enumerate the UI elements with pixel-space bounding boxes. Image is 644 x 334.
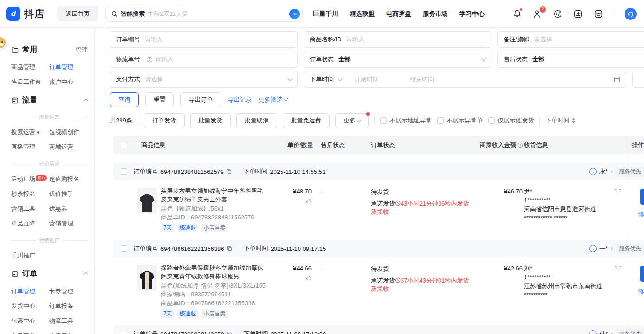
pay-method-select[interactable]: 支付方式请选择 (110, 71, 298, 88)
hide-abnormal-order-checkbox[interactable]: 不展示异常单 (437, 116, 483, 125)
col-aftersale: 售后状态 (321, 136, 345, 154)
sidebar-item-marketing-manage[interactable]: 营销管理 (49, 219, 88, 228)
hide-address-abnormal-checkbox[interactable]: 不展示地址异常 (380, 116, 432, 125)
batch-cancel-button[interactable]: 批量取消 (236, 113, 277, 128)
sidebar-item-logistics-service[interactable]: 物流服务 (49, 332, 88, 334)
buyer-name[interactable]: 永* (599, 167, 608, 176)
nav-market[interactable]: 服务市场 (423, 10, 448, 18)
sidebar-item-account-center[interactable]: 账户中心 (49, 78, 88, 86)
order-checkbox[interactable] (121, 168, 127, 175)
buyer-name[interactable]: 一* (599, 244, 608, 253)
nav-jingxuan[interactable]: 精选联盟 (350, 10, 375, 18)
section-title-common: 常用 (22, 45, 37, 55)
notification-bell-icon[interactable] (512, 9, 522, 19)
ship-button-partial[interactable] (640, 189, 644, 205)
service-priority-tag: 服务优先 (616, 244, 644, 254)
sidebar-item-logistics-tools[interactable]: 物流工具 (49, 317, 88, 325)
batch-ship-button[interactable]: 批量发货 (190, 113, 231, 128)
reset-button[interactable]: 重置 (145, 92, 174, 107)
more-actions-button[interactable]: 更多 (335, 113, 369, 128)
workbench-icon[interactable] (593, 9, 604, 19)
sidebar-item-flash-sale[interactable]: 秒杀报名 (11, 190, 49, 198)
order-checkbox[interactable] (121, 331, 127, 334)
sort-by-order-time[interactable]: 下单时间 (545, 116, 575, 125)
extra-filter-partial[interactable] (632, 71, 644, 88)
privacy-glasses-icon[interactable] (614, 189, 622, 193)
search-input[interactable]: 智能搜索 中秋&双11大促 AI (105, 6, 303, 22)
sidebar-item-qianchuan-promo[interactable]: 千川推广 (11, 251, 49, 260)
ai-search-button[interactable]: AI (289, 9, 300, 19)
sidebar-item-marketing-tools[interactable]: 营销工具 (11, 205, 49, 213)
export-log-link[interactable]: 导出记录 (228, 96, 252, 104)
sidebar-item-coupons[interactable]: 优惠券 (49, 205, 88, 213)
sidebar-item-card-coupon[interactable]: 卡券管理 (49, 287, 88, 295)
select-all-checkbox[interactable] (121, 142, 127, 148)
col-actions: 操作 (632, 136, 644, 154)
sidebar-item-search-ops[interactable]: 搜索运营 (11, 128, 49, 136)
buyer-avatar-icon[interactable]: ♪ (589, 330, 597, 334)
more-filters-link[interactable]: 更多筛选 (258, 96, 287, 104)
product-title[interactable]: 探路者外套男保暖秋冬立领加绒加厚休闲夹克青年绒款修身棒球服男 (161, 264, 268, 281)
modify-address-link[interactable]: 修 (638, 210, 644, 218)
brand-logo[interactable]: d 抖店 (6, 7, 45, 21)
flag-icon[interactable] (611, 331, 613, 334)
collapse-order[interactable] (84, 270, 88, 277)
flag-icon[interactable] (611, 169, 613, 175)
sidebar-item-mall-ops[interactable]: 商城运营 (49, 143, 88, 151)
privacy-glasses-icon[interactable] (614, 266, 622, 270)
back-home-button[interactable]: 返回首页 (57, 6, 98, 21)
nav-learn[interactable]: 学习中心 (459, 10, 485, 18)
product-image[interactable] (137, 265, 157, 291)
nav-qianchuan[interactable]: 巨量千川 (313, 10, 338, 18)
tracking-no-input[interactable]: 物流单号 ? 请输入 (110, 51, 298, 68)
sidebar-item-live-manage[interactable]: 直播管理 (11, 143, 49, 151)
order-checkbox[interactable] (121, 245, 127, 252)
buyer-name[interactable]: 仙* (599, 330, 608, 334)
modify-address-link[interactable]: 修 (638, 287, 644, 295)
query-button[interactable]: 查询 (110, 92, 139, 107)
sidebar-item-video-create[interactable]: 短视频创作 (49, 128, 88, 136)
sidebar-item-order-manage[interactable]: 订单管理 (49, 63, 88, 71)
sidebar-item-price-promoter[interactable]: 优价推手 (49, 190, 88, 198)
receiver-phone: 1********** (524, 273, 625, 282)
sidebar-item-e-waybill[interactable]: 电子面单 (11, 332, 49, 334)
collapse-traffic[interactable] (84, 97, 88, 104)
sidebar-item-order-manage-2[interactable]: 订单管理 (11, 287, 49, 295)
export-orders-button[interactable]: 导出订单 (180, 92, 221, 107)
order-status-select[interactable]: 订单状态全部 (304, 51, 491, 68)
print-ship-button[interactable]: 打单发货 (144, 113, 185, 128)
customer-service-avatar[interactable] (625, 8, 637, 20)
sidebar-item-single-discount[interactable]: 单品直降 (11, 219, 49, 228)
service-center-icon[interactable] (553, 9, 563, 19)
ship-button-partial[interactable] (640, 266, 644, 282)
flag-icon[interactable] (611, 246, 613, 252)
copy-icon[interactable] (226, 169, 232, 174)
batch-free-shipping-button[interactable]: 批量免运费 (283, 113, 330, 128)
product-title[interactable]: 头层皮衣男立领加绒海宁中年爸爸黑毛皮夹克仿绵羊皮男士外套 (161, 187, 268, 204)
manage-link[interactable]: 管理 (76, 46, 88, 54)
sidebar-item-package-center[interactable]: 包裹中心 (11, 317, 49, 325)
aftersale-status-select[interactable]: 售后状态全部 (497, 51, 644, 68)
sidebar-item-order-report[interactable]: 订单报备 (49, 302, 88, 310)
section-title-traffic: 流量 (22, 96, 37, 105)
sidebar-item-aftersale-workbench[interactable]: 售后工作台 (11, 78, 49, 86)
buyer-avatar-icon[interactable]: ♪ (589, 245, 597, 252)
order-no-input[interactable]: 订单编号请输入 (110, 31, 298, 48)
only-urge-ship-checkbox[interactable]: 仅展示催发货 (488, 116, 534, 125)
sidebar-item-product-manage[interactable]: 商品管理 (11, 63, 49, 71)
buyer-avatar-icon[interactable]: ♪ (589, 168, 597, 175)
copy-icon[interactable] (227, 246, 232, 251)
sidebar-item-super-value[interactable]: 超值购报名 (49, 175, 88, 183)
contacts-icon[interactable]: 2 (532, 9, 542, 19)
sidebar-item-ship-center[interactable]: 发货中心 (11, 302, 49, 310)
nav-luopan[interactable]: 电商罗盘 (386, 10, 411, 18)
order-time-range[interactable]: 下单时间 开始时间 – 结束时间 (304, 71, 626, 88)
copy-icon[interactable] (227, 331, 232, 334)
product-image[interactable] (137, 188, 157, 214)
receiver-name: 尹* (524, 187, 625, 196)
product-name-input[interactable]: 商品名称/ID请输入 (304, 31, 491, 48)
notification-dot (519, 8, 523, 11)
remark-flag-select[interactable]: 备注/旗帜请选择 (497, 31, 644, 48)
download-icon[interactable] (573, 9, 583, 19)
sidebar-item-activity-square[interactable]: 活动广场双11 (11, 175, 49, 183)
